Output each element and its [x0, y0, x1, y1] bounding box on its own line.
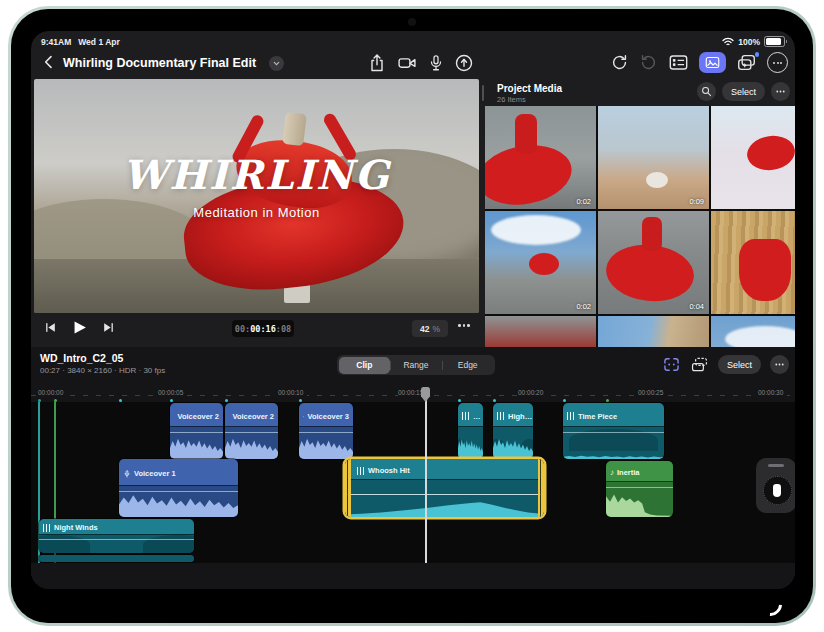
- more-options-button[interactable]: [767, 52, 788, 73]
- skip-to-end-button[interactable]: [102, 321, 115, 334]
- timeline-project-info: 00:27 · 3840 × 2160 · HDR · 30 fps: [40, 366, 165, 375]
- back-button[interactable]: [41, 54, 57, 70]
- clip-label: High…: [508, 412, 532, 421]
- mode-clip[interactable]: Clip: [339, 357, 391, 374]
- viewer[interactable]: WHIRLING Meditation in Motion: [34, 79, 479, 313]
- timecode-display[interactable]: 00:00:16:08: [232, 320, 294, 337]
- share-button[interactable]: [367, 53, 387, 73]
- microphone-button[interactable]: [427, 53, 445, 73]
- ruler-label: 00:00:00: [38, 389, 67, 396]
- media-thumbnail[interactable]: 0:09: [598, 106, 709, 209]
- play-button[interactable]: [71, 319, 88, 336]
- edit-mode-segmented-control: Clip Range Edge: [337, 355, 495, 375]
- media-thumbnail[interactable]: 0:10: [711, 211, 795, 314]
- night-winds-audio-lane[interactable]: [39, 555, 194, 562]
- project-media-panel: Project Media 26 Items Select 0:02 0:09 …: [484, 79, 795, 347]
- media-thumbnail[interactable]: 0:04: [598, 211, 709, 314]
- clip-label: Voiceover 2: [232, 412, 274, 421]
- timeline-tracks[interactable]: Voiceover 2 Voiceover 2 Voiceover 3 … Hi…: [31, 402, 795, 563]
- timeline-clip-voiceover3[interactable]: Voiceover 3: [299, 403, 353, 459]
- timeline-clip-time-piece[interactable]: Time Piece: [563, 403, 664, 459]
- media-thumbnail-grid: 0:02 0:09 0:02 0:02 0:04 0:10: [485, 106, 795, 347]
- media-thumbnail[interactable]: 0:02: [485, 106, 596, 209]
- clip-marker: [54, 399, 57, 402]
- dial-handle[interactable]: [768, 464, 784, 467]
- redo-button[interactable]: [639, 53, 658, 72]
- clip-duration: 0:02: [576, 197, 591, 206]
- timeline-section: WD_Intro_C2_05 00:27 · 3840 × 2160 · HDR…: [31, 347, 795, 589]
- status-bar: 9:41AM Wed 1 Apr 100%: [31, 31, 795, 49]
- trim-handle-left[interactable]: [345, 459, 351, 517]
- clip-duration: 0:02: [576, 302, 591, 311]
- ruler-label: 00:00:25: [638, 389, 667, 396]
- clip-label: Voiceover 2: [177, 412, 219, 421]
- clip-marker: [458, 399, 461, 402]
- project-title-menu-button[interactable]: [269, 56, 284, 71]
- project-title[interactable]: Whirling Documentary Final Edit: [63, 56, 256, 70]
- timeline-clip-night-winds[interactable]: Night Winds: [39, 519, 194, 553]
- timeline-clip-inertia[interactable]: ♪Inertia: [606, 461, 673, 517]
- ipad-screen: 9:41AM Wed 1 Apr 100% Whirling Documenta…: [11, 9, 813, 623]
- clip-marker: [170, 399, 173, 402]
- clip-label: …: [473, 412, 481, 421]
- media-thumbnail[interactable]: [485, 316, 596, 347]
- timeline-clip-voiceover2[interactable]: Voiceover 2: [170, 403, 223, 459]
- media-browser-button-active[interactable]: [699, 52, 726, 73]
- media-thumbnail[interactable]: 0:02: [485, 211, 596, 314]
- dial-pointer: [773, 484, 781, 497]
- wifi-icon: [722, 37, 734, 47]
- timeline-ruler[interactable]: 00:00:00 00:00:05 00:00:10 00:00:15 00:0…: [31, 387, 795, 402]
- effects-button[interactable]: [736, 53, 757, 72]
- dervish-hat: [282, 112, 307, 146]
- timeline-select-button[interactable]: Select: [718, 355, 761, 374]
- clip-marker: [563, 399, 566, 402]
- viewer-zoom-control[interactable]: 42%: [412, 320, 448, 337]
- media-panel-title: Project Media: [497, 83, 562, 94]
- screen-reflection-arc: [754, 588, 786, 620]
- timeline-clip-high[interactable]: High…: [493, 403, 533, 459]
- mode-edge[interactable]: Edge: [442, 357, 494, 374]
- status-date: Wed 1 Apr: [78, 37, 120, 47]
- clip-label: Inertia: [617, 468, 640, 477]
- media-thumbnail[interactable]: [598, 316, 709, 347]
- transport-bar: 00:00:16:08 42%: [34, 313, 479, 345]
- clip-duration: 0:04: [689, 302, 704, 311]
- trim-handle-right[interactable]: [538, 459, 544, 517]
- pane-resize-handle[interactable]: [482, 85, 484, 101]
- video-subtitle-overlay: Meditation in Motion: [34, 205, 479, 220]
- page: 9:41AM Wed 1 Apr 100% Whirling Documenta…: [0, 0, 824, 632]
- pencil-tools-button[interactable]: [454, 53, 474, 73]
- media-thumbnail[interactable]: [711, 316, 795, 347]
- battery-icon: [764, 36, 785, 47]
- inspector-toggle-button[interactable]: [668, 53, 689, 72]
- clip-marker: [493, 399, 496, 402]
- timeline-project-name: WD_Intro_C2_05: [40, 352, 123, 364]
- camera-button[interactable]: [396, 53, 418, 73]
- clip-marker: [225, 399, 228, 402]
- timeline-clip-sfx[interactable]: …: [458, 403, 483, 459]
- clip-label: Time Piece: [578, 412, 617, 421]
- dial-knob[interactable]: [763, 476, 792, 505]
- timeline-clip-voiceover1[interactable]: Voiceover 1: [119, 459, 238, 517]
- jog-dial-widget[interactable]: [756, 458, 795, 513]
- overlay-clips-icon[interactable]: [690, 356, 709, 373]
- timeline-more-button[interactable]: [770, 355, 789, 374]
- magnetic-timeline-icon[interactable]: [662, 356, 681, 373]
- timeline-clip-whoosh-hit-selected[interactable]: Whoosh Hit: [345, 459, 544, 517]
- clip-marker: [119, 399, 122, 402]
- search-button[interactable]: [697, 82, 716, 101]
- ruler-label: 00:00:30: [758, 389, 787, 396]
- media-select-button[interactable]: Select: [722, 82, 765, 101]
- skip-to-start-button[interactable]: [44, 321, 57, 334]
- playhead-line[interactable]: [425, 393, 427, 563]
- undo-button[interactable]: [610, 53, 629, 72]
- media-more-button[interactable]: [771, 82, 790, 101]
- top-toolbar: Whirling Documentary Final Edit: [31, 49, 795, 79]
- viewer-more-button[interactable]: [458, 324, 470, 327]
- timeline-clip-voiceover2[interactable]: Voiceover 2: [225, 403, 278, 459]
- clip-duration: 0:09: [689, 197, 704, 206]
- media-thumbnail[interactable]: 0:02: [711, 106, 795, 209]
- front-camera: [408, 18, 416, 26]
- ruler-label: 00:00:10: [278, 389, 307, 396]
- mode-range[interactable]: Range: [390, 357, 442, 374]
